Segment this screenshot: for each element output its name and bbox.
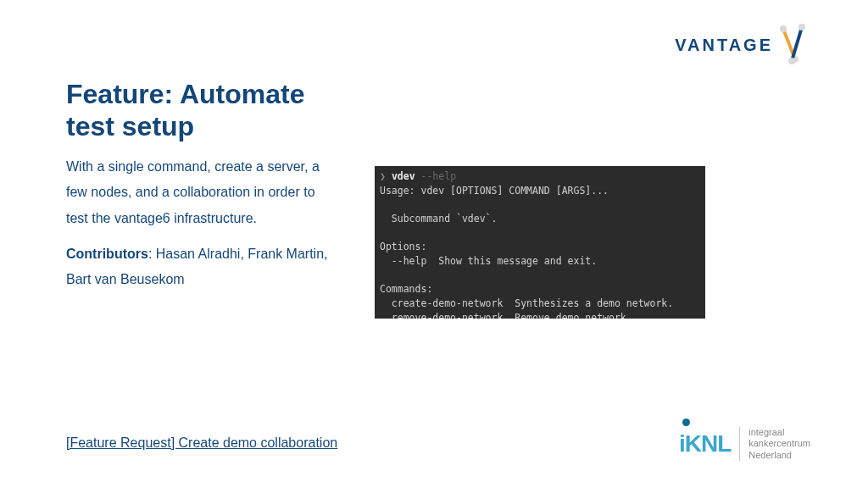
terminal-option-help: --help Show this message and exit. xyxy=(380,255,597,267)
svg-point-1 xyxy=(780,25,787,32)
iknl-line1: integraal xyxy=(748,427,810,438)
terminal-subcommand: Subcommand `vdev`. xyxy=(380,213,497,225)
terminal-commands-header: Commands: xyxy=(380,283,432,295)
iknl-dot-icon xyxy=(682,419,690,426)
vantage-logo: VANTAGE xyxy=(675,24,809,66)
terminal-usage: Usage: vdev [OPTIONS] COMMAND [ARGS]... xyxy=(380,185,609,197)
page-title: Feature: Automate test setup xyxy=(66,78,354,143)
terminal-flag: --help xyxy=(421,170,457,182)
svg-point-4 xyxy=(798,24,805,30)
feature-request-link[interactable]: [Feature Request] Create demo collaborat… xyxy=(66,435,337,451)
prompt-symbol: ❯ xyxy=(380,170,386,182)
terminal-options-header: Options: xyxy=(380,241,426,252)
iknl-logo: iKNL integraal kankercentrum Nederland xyxy=(679,427,810,461)
terminal-command-row: create-demo-network Synthesizes a demo n… xyxy=(380,297,673,309)
iknl-letters: iKNL xyxy=(679,430,731,458)
svg-line-3 xyxy=(792,27,802,61)
contributors-line: Contributors: Hasan Alradhi, Frank Marti… xyxy=(66,241,354,293)
iknl-separator xyxy=(739,427,740,461)
iknl-line2: kankercentrum xyxy=(748,438,810,449)
feature-description: With a single command, create a server, … xyxy=(66,154,337,231)
terminal-output: ❯ vdev --help Usage: vdev [OPTIONS] COMM… xyxy=(375,166,705,319)
vantage-wordmark: VANTAGE xyxy=(675,36,773,55)
vantage-icon xyxy=(778,24,809,66)
contributors-label: Contributors xyxy=(66,247,148,261)
terminal-command-row: remove-demo-network Remove demo network. xyxy=(380,312,632,319)
terminal-command: vdev xyxy=(392,170,415,182)
svg-point-5 xyxy=(788,58,795,64)
iknl-fullname: integraal kankercentrum Nederland xyxy=(748,427,810,461)
iknl-line3: Nederland xyxy=(748,450,810,461)
iknl-mark: iKNL xyxy=(679,430,731,458)
